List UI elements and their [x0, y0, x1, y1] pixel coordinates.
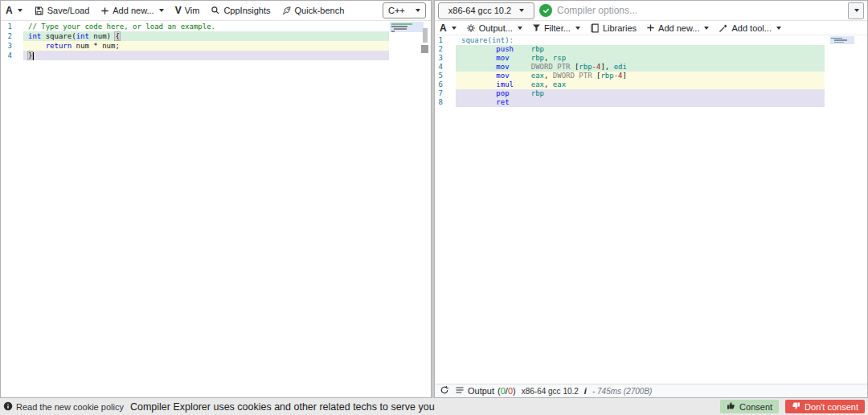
code-line[interactable]: 5 mov eax, DWORD PTR [rbp-4] — [435, 72, 867, 80]
line-number: 5 — [435, 72, 443, 80]
dont-consent-label: Don't consent — [805, 402, 858, 412]
chevron-down-icon — [518, 27, 522, 30]
source-scrollbar[interactable] — [420, 22, 430, 118]
asm-minimap[interactable] — [830, 36, 854, 84]
code-text: int square(int num) { — [28, 32, 120, 40]
minimap-line — [394, 28, 407, 30]
gear-icon — [466, 23, 476, 33]
save-load-label: Save/Load — [47, 6, 90, 15]
add-new-button[interactable]: Add new... — [646, 23, 709, 33]
cookie-message: Compiler Explorer uses cookies and other… — [130, 401, 435, 413]
code-line[interactable]: 1square(int): — [435, 36, 867, 45]
cppinsights-button[interactable]: CppInsights — [211, 6, 270, 15]
chevron-down-icon — [854, 9, 859, 12]
language-select[interactable]: C++ — [383, 2, 426, 18]
libraries-button[interactable]: Libraries — [590, 23, 637, 33]
language-label: C++ — [388, 6, 405, 15]
recompile-button[interactable] — [440, 385, 449, 397]
chevron-down-icon — [704, 27, 709, 30]
chevron-down-icon — [416, 9, 420, 12]
chevron-down-icon — [519, 9, 524, 12]
compiler-output-pane: x86-64 gcc 10.2 A Output... Filter... Li… — [434, 0, 868, 398]
overview-ruler-mark — [421, 45, 428, 53]
line-highlight — [23, 51, 389, 60]
filter-label: Filter... — [544, 23, 571, 33]
add-tool-button[interactable]: Add tool... — [719, 23, 781, 33]
output-options-label: Output... — [479, 23, 513, 33]
minimap-line — [834, 39, 847, 41]
filter-icon — [532, 23, 541, 32]
filter-button[interactable]: Filter... — [532, 23, 580, 33]
output-options-button[interactable]: Output... — [466, 23, 522, 33]
code-line[interactable]: 8 ret — [435, 98, 867, 107]
consent-button[interactable]: Consent — [720, 400, 779, 413]
source-editor[interactable]: 1// Type your code here, or load an exam… — [1, 22, 431, 397]
code-line[interactable]: 3 return num * num; — [1, 41, 431, 51]
code-text: return num * num; — [28, 42, 120, 50]
line-number: 7 — [435, 89, 443, 98]
compiler-status-bar: Output (0/0) x86-64 gcc 10.2 i - 745ms (… — [435, 384, 867, 397]
compiler-options-input[interactable] — [557, 2, 843, 19]
dont-consent-button[interactable]: Don't consent — [785, 400, 865, 413]
compile-success-icon — [539, 4, 552, 17]
libraries-label: Libraries — [603, 23, 637, 33]
add-tool-label: Add tool... — [731, 23, 772, 33]
code-line[interactable]: 2int square(int num) { — [1, 31, 431, 41]
code-text: pop rbp — [461, 89, 544, 97]
source-toolbar: A Save/Load Add new... V Vim CppInsights… — [1, 1, 431, 21]
asm-editor-lines: 1square(int):2 push rbp3 mov rbp, rsp4 m… — [435, 36, 867, 107]
consent-label: Consent — [739, 402, 772, 412]
save-icon — [34, 6, 44, 16]
code-line[interactable]: 3 mov rbp, rsp — [435, 54, 867, 63]
plus-icon — [646, 23, 655, 32]
code-text: mov rbp, rsp — [461, 54, 566, 62]
vim-button[interactable]: V Vim — [175, 5, 200, 16]
save-load-button[interactable]: Save/Load — [34, 6, 90, 16]
quick-bench-button[interactable]: Quick-bench — [282, 6, 345, 15]
options-dropdown-button[interactable] — [848, 2, 864, 19]
cppinsights-label: CppInsights — [223, 6, 270, 15]
add-new-button[interactable]: Add new... — [100, 6, 163, 15]
asm-toolbar: A Output... Filter... Libraries Add new.… — [435, 21, 867, 35]
font-size-button[interactable]: A — [6, 5, 23, 16]
thumbs-up-icon — [727, 401, 735, 412]
code-text: // Type your code here, or load an examp… — [28, 23, 215, 31]
line-number: 3 — [435, 54, 443, 63]
line-number: 2 — [1, 31, 12, 41]
code-text: mov eax, DWORD PTR [rbp-4] — [461, 72, 627, 80]
scrollbar-thumb[interactable] — [423, 28, 428, 43]
code-line[interactable]: 7 pop rbp — [435, 89, 867, 98]
font-size-button[interactable]: A — [440, 23, 457, 34]
code-text: push rbp — [461, 45, 544, 53]
chevron-down-icon — [575, 27, 580, 30]
refresh-icon — [440, 385, 449, 397]
book-icon — [590, 23, 600, 33]
source-editor-pane: A Save/Load Add new... V Vim CppInsights… — [0, 0, 432, 398]
cookie-policy-link[interactable]: Read the new cookie policy — [3, 401, 124, 413]
minimap-line — [391, 26, 407, 27]
code-line[interactable]: 4} — [1, 51, 431, 60]
minimap-line — [391, 23, 412, 25]
code-line[interactable]: 1// Type your code here, or load an exam… — [1, 22, 431, 31]
plus-icon — [100, 6, 109, 15]
text-cursor — [32, 52, 34, 60]
code-text: imul eax, eax — [461, 80, 566, 88]
chevron-down-icon — [452, 27, 457, 30]
cookie-bar: Read the new cookie policy Compiler Expl… — [0, 398, 868, 415]
line-highlight — [456, 98, 825, 107]
rocket-icon — [282, 6, 292, 15]
code-line[interactable]: 2 push rbp — [435, 45, 867, 54]
asm-editor[interactable]: 1square(int):2 push rbp3 mov rbp, rsp4 m… — [435, 36, 867, 384]
output-toggle-button[interactable]: Output (0/0) — [455, 385, 516, 397]
compiler-select[interactable]: x86-64 gcc 10.2 — [438, 2, 534, 19]
code-line[interactable]: 4 mov DWORD PTR [rbp-4], edi — [435, 63, 867, 72]
info-icon[interactable]: i — [584, 386, 587, 396]
code-line[interactable]: 6 imul eax, eax — [435, 80, 867, 89]
minimap-line — [391, 31, 395, 32]
line-number: 4 — [435, 63, 443, 72]
line-number: 8 — [435, 98, 443, 107]
compiler-row: x86-64 gcc 10.2 — [435, 1, 867, 21]
source-minimap[interactable] — [390, 22, 424, 78]
code-text: mov DWORD PTR [rbp-4], edi — [461, 63, 627, 71]
add-new-label: Add new... — [658, 23, 699, 33]
